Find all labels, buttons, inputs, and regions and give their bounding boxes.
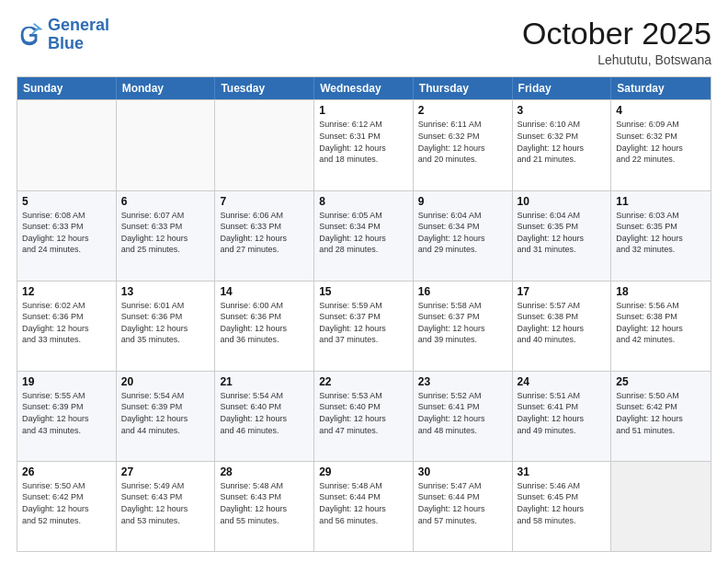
day-number: 23 <box>418 375 507 388</box>
logo-line1: General <box>48 16 109 34</box>
day-info: Sunrise: 6:07 AM Sunset: 6:33 PM Dayligh… <box>121 210 210 256</box>
weekday-header-wednesday: Wednesday <box>314 77 414 99</box>
day-info: Sunrise: 6:05 AM Sunset: 6:34 PM Dayligh… <box>319 210 408 256</box>
day-info: Sunrise: 6:11 AM Sunset: 6:32 PM Dayligh… <box>418 119 507 165</box>
logo-line2: Blue <box>48 34 84 52</box>
day-info: Sunrise: 6:03 AM Sunset: 6:35 PM Dayligh… <box>616 210 706 256</box>
day-info: Sunrise: 6:10 AM Sunset: 6:32 PM Dayligh… <box>518 119 607 165</box>
day-cell-12: 12Sunrise: 6:02 AM Sunset: 6:36 PM Dayli… <box>17 282 117 371</box>
day-number: 30 <box>418 465 507 478</box>
page: General Blue October 2025 Lehututu, Bots… <box>0 0 728 563</box>
day-info: Sunrise: 6:04 AM Sunset: 6:34 PM Dayligh… <box>418 210 507 256</box>
day-info: Sunrise: 5:58 AM Sunset: 6:37 PM Dayligh… <box>418 300 507 346</box>
day-number: 19 <box>22 375 111 388</box>
day-info: Sunrise: 5:57 AM Sunset: 6:38 PM Dayligh… <box>518 300 607 346</box>
day-info: Sunrise: 6:09 AM Sunset: 6:32 PM Dayligh… <box>616 119 706 165</box>
day-info: Sunrise: 5:46 AM Sunset: 6:45 PM Dayligh… <box>518 480 607 526</box>
day-number: 17 <box>518 285 607 298</box>
day-number: 4 <box>616 104 706 117</box>
day-info: Sunrise: 6:08 AM Sunset: 6:33 PM Dayligh… <box>22 210 111 256</box>
day-cell-25: 25Sunrise: 5:50 AM Sunset: 6:42 PM Dayli… <box>611 372 711 461</box>
day-info: Sunrise: 6:04 AM Sunset: 6:35 PM Dayligh… <box>518 210 607 256</box>
day-cell-26: 26Sunrise: 5:50 AM Sunset: 6:42 PM Dayli… <box>17 462 117 551</box>
day-cell-10: 10Sunrise: 6:04 AM Sunset: 6:35 PM Dayli… <box>513 191 612 281</box>
day-info: Sunrise: 6:00 AM Sunset: 6:36 PM Dayligh… <box>220 300 309 346</box>
location-subtitle: Lehututu, Botswana <box>522 52 711 67</box>
day-number: 24 <box>518 375 607 388</box>
day-cell-11: 11Sunrise: 6:03 AM Sunset: 6:35 PM Dayli… <box>611 191 711 281</box>
day-cell-24: 24Sunrise: 5:51 AM Sunset: 6:41 PM Dayli… <box>513 372 612 461</box>
day-number: 10 <box>518 195 607 208</box>
day-info: Sunrise: 5:51 AM Sunset: 6:41 PM Dayligh… <box>518 390 607 436</box>
logo-icon <box>17 22 42 48</box>
day-info: Sunrise: 5:56 AM Sunset: 6:38 PM Dayligh… <box>616 300 706 346</box>
day-info: Sunrise: 5:54 AM Sunset: 6:39 PM Dayligh… <box>121 390 210 436</box>
weekday-header-saturday: Saturday <box>611 77 711 99</box>
day-cell-30: 30Sunrise: 5:47 AM Sunset: 6:44 PM Dayli… <box>414 462 513 551</box>
day-number: 7 <box>220 195 309 208</box>
day-number: 26 <box>22 465 111 478</box>
day-number: 6 <box>121 195 210 208</box>
calendar-row-3: 12Sunrise: 6:02 AM Sunset: 6:36 PM Dayli… <box>17 281 711 371</box>
day-cell-20: 20Sunrise: 5:54 AM Sunset: 6:39 PM Dayli… <box>117 372 216 461</box>
day-info: Sunrise: 5:47 AM Sunset: 6:44 PM Dayligh… <box>418 480 507 526</box>
logo-text: General Blue <box>48 17 109 53</box>
day-number: 13 <box>121 285 210 298</box>
empty-cell-0-0 <box>17 100 117 190</box>
day-cell-19: 19Sunrise: 5:55 AM Sunset: 6:39 PM Dayli… <box>17 372 117 461</box>
day-number: 12 <box>22 285 111 298</box>
day-number: 29 <box>319 465 408 478</box>
day-cell-6: 6Sunrise: 6:07 AM Sunset: 6:33 PM Daylig… <box>117 191 216 281</box>
day-cell-1: 1Sunrise: 6:12 AM Sunset: 6:31 PM Daylig… <box>314 100 414 190</box>
day-number: 5 <box>22 195 111 208</box>
day-cell-13: 13Sunrise: 6:01 AM Sunset: 6:36 PM Dayli… <box>117 282 216 371</box>
day-number: 2 <box>418 104 507 117</box>
day-number: 1 <box>319 104 408 117</box>
calendar: SundayMondayTuesdayWednesdayThursdayFrid… <box>17 76 711 552</box>
calendar-row-4: 19Sunrise: 5:55 AM Sunset: 6:39 PM Dayli… <box>17 371 711 461</box>
day-number: 14 <box>220 285 309 298</box>
day-cell-4: 4Sunrise: 6:09 AM Sunset: 6:32 PM Daylig… <box>611 100 711 190</box>
title-block: October 2025 Lehututu, Botswana <box>522 17 711 67</box>
day-number: 21 <box>220 375 309 388</box>
header: General Blue October 2025 Lehututu, Bots… <box>17 17 711 67</box>
day-cell-8: 8Sunrise: 6:05 AM Sunset: 6:34 PM Daylig… <box>314 191 414 281</box>
day-cell-17: 17Sunrise: 5:57 AM Sunset: 6:38 PM Dayli… <box>513 282 612 371</box>
day-number: 15 <box>319 285 408 298</box>
day-info: Sunrise: 5:50 AM Sunset: 6:42 PM Dayligh… <box>22 480 111 526</box>
calendar-body: 1Sunrise: 6:12 AM Sunset: 6:31 PM Daylig… <box>17 99 711 551</box>
day-number: 16 <box>418 285 507 298</box>
day-cell-16: 16Sunrise: 5:58 AM Sunset: 6:37 PM Dayli… <box>414 282 513 371</box>
weekday-header-thursday: Thursday <box>414 77 513 99</box>
weekday-header-monday: Monday <box>117 77 216 99</box>
day-cell-7: 7Sunrise: 6:06 AM Sunset: 6:33 PM Daylig… <box>215 191 314 281</box>
calendar-row-2: 5Sunrise: 6:08 AM Sunset: 6:33 PM Daylig… <box>17 190 711 281</box>
day-cell-21: 21Sunrise: 5:54 AM Sunset: 6:40 PM Dayli… <box>215 372 314 461</box>
day-cell-23: 23Sunrise: 5:52 AM Sunset: 6:41 PM Dayli… <box>414 372 513 461</box>
weekday-header-tuesday: Tuesday <box>215 77 314 99</box>
day-info: Sunrise: 5:54 AM Sunset: 6:40 PM Dayligh… <box>220 390 309 436</box>
day-info: Sunrise: 6:06 AM Sunset: 6:33 PM Dayligh… <box>220 210 309 256</box>
day-info: Sunrise: 5:59 AM Sunset: 6:37 PM Dayligh… <box>319 300 408 346</box>
day-info: Sunrise: 6:12 AM Sunset: 6:31 PM Dayligh… <box>319 119 408 165</box>
day-cell-22: 22Sunrise: 5:53 AM Sunset: 6:40 PM Dayli… <box>314 372 414 461</box>
day-cell-5: 5Sunrise: 6:08 AM Sunset: 6:33 PM Daylig… <box>17 191 117 281</box>
day-number: 8 <box>319 195 408 208</box>
calendar-row-1: 1Sunrise: 6:12 AM Sunset: 6:31 PM Daylig… <box>17 99 711 190</box>
day-info: Sunrise: 5:48 AM Sunset: 6:43 PM Dayligh… <box>220 480 309 526</box>
day-cell-29: 29Sunrise: 5:48 AM Sunset: 6:44 PM Dayli… <box>314 462 414 551</box>
day-info: Sunrise: 5:50 AM Sunset: 6:42 PM Dayligh… <box>616 390 706 436</box>
day-info: Sunrise: 6:02 AM Sunset: 6:36 PM Dayligh… <box>22 300 111 346</box>
empty-cell-0-2 <box>215 100 314 190</box>
day-cell-27: 27Sunrise: 5:49 AM Sunset: 6:43 PM Dayli… <box>117 462 216 551</box>
day-cell-14: 14Sunrise: 6:00 AM Sunset: 6:36 PM Dayli… <box>215 282 314 371</box>
day-info: Sunrise: 5:53 AM Sunset: 6:40 PM Dayligh… <box>319 390 408 436</box>
day-number: 27 <box>121 465 210 478</box>
month-title: October 2025 <box>522 17 711 51</box>
day-info: Sunrise: 5:48 AM Sunset: 6:44 PM Dayligh… <box>319 480 408 526</box>
day-number: 9 <box>418 195 507 208</box>
day-number: 28 <box>220 465 309 478</box>
day-number: 20 <box>121 375 210 388</box>
logo: General Blue <box>17 17 109 53</box>
day-number: 31 <box>518 465 607 478</box>
